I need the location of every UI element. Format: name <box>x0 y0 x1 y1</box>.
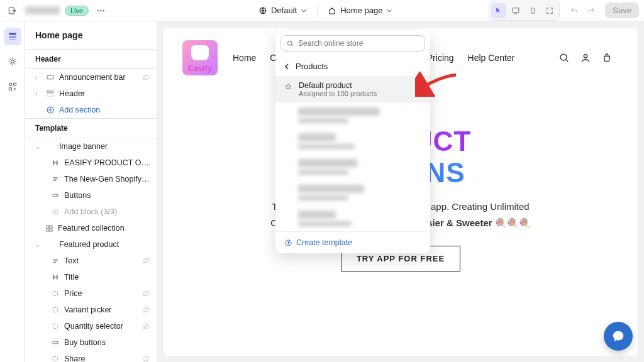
svg-rect-25 <box>53 356 57 361</box>
fullscreen-button[interactable] <box>542 3 557 18</box>
theme-name <box>25 6 60 14</box>
svg-point-29 <box>288 41 292 45</box>
sidebar-item-label: Buy buttons <box>64 338 150 347</box>
svg-point-27 <box>560 54 567 60</box>
plus-circle-icon <box>45 106 55 114</box>
sections-tab[interactable] <box>4 28 21 45</box>
dropdown-item-redacted[interactable] <box>275 154 430 180</box>
more-menu-button[interactable]: ⋯ <box>94 3 109 18</box>
nav-link[interactable]: Home <box>233 53 256 63</box>
dropdown-products-label: Products <box>296 62 328 71</box>
desktop-view-button[interactable] <box>508 3 523 18</box>
sidebar-item-label: Featured product <box>59 240 150 249</box>
theme-settings-tab[interactable] <box>4 53 21 70</box>
svg-rect-8 <box>9 83 11 85</box>
heading-icon <box>50 159 60 167</box>
dropdown-item-redacted[interactable] <box>275 206 430 231</box>
dropdown-item-redacted[interactable] <box>275 102 430 128</box>
sidebar-item-buy-buttons[interactable]: Buy buttons <box>25 334 157 351</box>
header-section-heading: Header <box>25 49 157 69</box>
add-block-label: Add block (3/3) <box>64 207 150 216</box>
hidden-icon[interactable] <box>142 256 150 265</box>
dropdown-item-redacted[interactable] <box>275 128 430 154</box>
header-icon <box>45 89 55 98</box>
app-embeds-tab[interactable] <box>4 78 21 96</box>
sidebar-item-announcement-bar[interactable]: › Announcement bar <box>25 69 157 85</box>
svg-rect-10 <box>9 88 11 90</box>
sidebar-item-text[interactable]: Text <box>25 253 157 269</box>
sidebar-item-easify-heading[interactable]: EASIFY PRODUCT OPTIONS <box>25 155 157 171</box>
dropdown-item-default-product[interactable]: Default product Assigned to 100 products <box>275 76 430 102</box>
viewport-switcher <box>489 1 560 21</box>
sidebar-item-variant-picker[interactable]: Variant picker <box>25 302 157 318</box>
sidebar-item-image-banner[interactable]: ⌄ Image banner <box>25 138 157 155</box>
hidden-icon[interactable] <box>142 289 150 298</box>
share-icon <box>50 355 60 362</box>
hidden-icon[interactable] <box>142 305 150 314</box>
sidebar-item-featured-product[interactable]: ⌄ Featured product <box>25 236 157 253</box>
chat-widget-button[interactable] <box>604 322 633 351</box>
sidebar-item-label: Quantity selector <box>64 322 138 331</box>
dropdown-item-subtitle: Assigned to 100 products <box>299 90 377 97</box>
site-logo[interactable]: Easify <box>182 40 218 75</box>
sidebar-item-header[interactable]: › Header <box>25 85 157 102</box>
sidebar-item-label: EASIFY PRODUCT OPTIONS <box>64 158 150 167</box>
create-template-button[interactable]: Create template <box>275 231 430 253</box>
save-button: Save <box>605 3 639 18</box>
dropdown-products-back[interactable]: Products <box>275 57 430 76</box>
chevron-down-icon: ⌄ <box>35 241 42 248</box>
undo-button[interactable] <box>566 3 581 18</box>
search-input[interactable] <box>298 39 419 48</box>
sidebar-item-title[interactable]: Title <box>25 269 157 285</box>
dropdown-item-redacted[interactable] <box>275 180 430 206</box>
exit-button[interactable] <box>5 3 20 18</box>
sidebar-item-featured-collection[interactable]: Featured collection <box>25 220 157 236</box>
text-icon <box>50 175 60 183</box>
inspector-button[interactable] <box>491 3 506 18</box>
sidebar-item-newgen-text[interactable]: The New-Gen Shopify Product O... <box>25 171 157 187</box>
search-input-wrapper[interactable] <box>280 35 425 52</box>
nav-link[interactable]: Pricing <box>427 53 454 63</box>
chevron-right-icon: › <box>35 74 42 81</box>
search-icon[interactable] <box>558 52 570 63</box>
svg-rect-5 <box>9 36 16 38</box>
svg-rect-22 <box>53 307 57 312</box>
account-icon[interactable] <box>580 52 591 63</box>
mobile-view-button[interactable] <box>525 3 540 18</box>
hidden-icon[interactable] <box>142 73 150 82</box>
sidebar-item-label: Share <box>64 354 138 362</box>
sidebar-item-label: Image banner <box>59 142 150 151</box>
template-selector[interactable]: Default <box>258 6 307 15</box>
hidden-icon[interactable] <box>142 354 150 362</box>
svg-rect-4 <box>9 33 16 35</box>
page-title: Home page <box>25 21 157 49</box>
sidebar-item-share[interactable]: Share <box>25 351 157 362</box>
cart-icon[interactable] <box>601 52 613 63</box>
home-icon <box>328 6 336 15</box>
quantity-icon <box>50 322 60 330</box>
sidebar-item-quantity[interactable]: Quantity selector <box>25 318 157 334</box>
annotation-arrow <box>415 72 459 97</box>
sidebar-item-label: Announcement bar <box>59 73 138 82</box>
create-template-label: Create template <box>296 238 352 247</box>
announcement-icon <box>45 73 55 82</box>
svg-rect-11 <box>47 75 53 79</box>
svg-rect-2 <box>513 8 519 12</box>
template-section-heading: Template <box>25 118 157 138</box>
dropdown-item-title: Default product <box>299 81 377 90</box>
svg-rect-17 <box>46 225 48 228</box>
svg-point-28 <box>584 55 587 58</box>
redo-button[interactable] <box>584 3 599 18</box>
sidebar-item-price[interactable]: Price <box>25 285 157 302</box>
svg-rect-12 <box>47 91 53 92</box>
page-selector[interactable]: Home page <box>328 6 392 15</box>
sidebar-item-buttons[interactable]: Buttons <box>25 187 157 204</box>
variant-icon <box>50 306 60 314</box>
svg-rect-3 <box>531 8 535 13</box>
collection-icon <box>44 224 54 233</box>
svg-rect-21 <box>53 291 57 295</box>
hidden-icon[interactable] <box>142 322 150 331</box>
button-icon <box>50 339 60 346</box>
nav-link[interactable]: Help Center <box>468 53 515 63</box>
add-section-button[interactable]: Add section <box>25 102 157 118</box>
